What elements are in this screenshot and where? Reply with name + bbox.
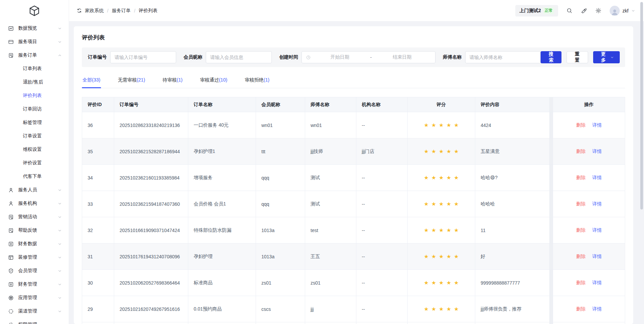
shop-name: 上门测试2 xyxy=(519,8,541,14)
cell-order-name: 特殊部位防水防漏 xyxy=(188,217,256,244)
delete-link[interactable]: 删除 xyxy=(576,280,586,286)
rocket-icon[interactable] xyxy=(581,7,587,14)
sidebar-subitem-order-list[interactable]: 订单列表 xyxy=(0,62,69,75)
sidebar-subitem-proxy-order[interactable]: 代客下单 xyxy=(0,170,69,183)
detail-link[interactable]: 详情 xyxy=(592,254,602,260)
shop-status-chip[interactable]: 上门测试2 正常 xyxy=(515,5,558,17)
tab-pending-review[interactable]: 待审核(1) xyxy=(162,73,183,88)
tab-approved[interactable]: 审核通过(10) xyxy=(199,73,228,88)
sidebar-subitem-order-settings[interactable]: 订单设置 xyxy=(0,129,69,143)
sidebar-item-finance-mgmt[interactable]: 财务管理 xyxy=(0,278,69,291)
sidebar-subitem-order-followup[interactable]: 订单回访 xyxy=(0,102,69,116)
detail-link[interactable]: 详情 xyxy=(592,227,602,233)
fixed-col-divider xyxy=(550,244,553,270)
search-icon[interactable] xyxy=(566,7,573,14)
cell-master: 王五 xyxy=(305,244,356,270)
tab-no-review-needed[interactable]: 无需审核(21) xyxy=(117,73,146,88)
detail-link[interactable]: 详情 xyxy=(592,201,602,207)
cell-actions: 删除详情 xyxy=(553,138,625,165)
delete-link[interactable]: 删除 xyxy=(576,122,586,128)
delete-link[interactable]: 删除 xyxy=(576,149,586,155)
delete-link[interactable]: 删除 xyxy=(576,227,586,233)
fixed-col-divider xyxy=(550,270,553,296)
table-row: 31 20251017619431240708096 孕妇护理 1013a 王五… xyxy=(82,244,625,270)
cell-org: -- xyxy=(356,165,408,191)
chart-icon xyxy=(8,26,14,31)
cell-review-id: 31 xyxy=(82,244,114,270)
sidebar-item-app-mgmt[interactable]: 应用管理 xyxy=(0,291,69,304)
more-button[interactable]: 更多 xyxy=(593,51,620,63)
app-logo[interactable] xyxy=(0,0,69,22)
cell-order-name: 标准商品 xyxy=(188,270,256,296)
sidebar-item-data-preview[interactable]: 数据预览 xyxy=(0,22,69,35)
sidebar-item-help-feedback[interactable]: 帮助反馈 xyxy=(0,224,69,237)
breadcrumb-item[interactable]: 家政系统 xyxy=(85,8,104,14)
user-menu[interactable]: zkf xyxy=(610,6,635,16)
star-rating: ★★★★★ xyxy=(421,174,461,181)
sidebar-item-service-org[interactable]: 服务机构 xyxy=(0,197,69,210)
sidebar-item-member-mgmt[interactable]: 会员管理 xyxy=(0,264,69,278)
chevron-down-icon xyxy=(58,269,62,273)
tab-rejected[interactable]: 审核拒绝(1) xyxy=(244,73,270,88)
page-scrollbar[interactable] xyxy=(640,2,643,209)
sidebar-subitem-review-settings[interactable]: 评价设置 xyxy=(0,156,69,170)
detail-link[interactable]: 详情 xyxy=(592,175,602,181)
cell-content: 999998888877777 xyxy=(475,270,550,296)
cell-rating: ★★★★★ xyxy=(408,165,475,191)
username: zkf xyxy=(622,8,629,13)
chevron-down-icon xyxy=(58,309,62,314)
sidebar-item-label: 服务人员 xyxy=(18,187,37,193)
cell-order-no: 20251023621601193385984 xyxy=(114,165,188,191)
search-button[interactable]: 搜索 xyxy=(541,51,561,63)
date-range-picker[interactable]: 开始日期 - 结束日期 xyxy=(301,51,436,63)
sidebar-item-label: 营销活动 xyxy=(18,214,37,220)
cell-order-no: 20251023621528287186944 xyxy=(114,138,188,165)
sidebar-item-marketing[interactable]: 营销活动 xyxy=(0,210,69,224)
cell-member: cscs xyxy=(256,296,305,322)
breadcrumb-item[interactable]: 服务订单 xyxy=(112,8,131,14)
breadcrumb-separator: / xyxy=(134,8,135,13)
sidebar-subitem-label: 订单列表 xyxy=(23,66,42,72)
reset-button[interactable]: 重置 xyxy=(567,51,588,63)
sidebar-item-label: 装修管理 xyxy=(18,254,37,260)
gear-icon[interactable] xyxy=(595,7,602,14)
cell-master: test xyxy=(305,217,356,244)
cell-master: zs01 xyxy=(305,270,356,296)
chevron-down-icon xyxy=(58,188,62,192)
sidebar-subitem-tag-mgmt[interactable]: 标签管理 xyxy=(0,116,69,129)
fixed-col-divider xyxy=(550,112,553,138)
master-name-input[interactable] xyxy=(465,51,541,63)
cell-order-name: 0.01预约商品 xyxy=(188,296,256,322)
sidebar-item-channel-mgmt[interactable]: 渠道管理 xyxy=(0,304,69,318)
sidebar-item-service-staff[interactable]: 服务人员 xyxy=(0,183,69,197)
sidebar-item-finance-data[interactable]: 财务数据 xyxy=(0,237,69,251)
detail-link[interactable]: 详情 xyxy=(592,306,602,312)
detail-link[interactable]: 详情 xyxy=(592,149,602,155)
delete-link[interactable]: 删除 xyxy=(576,306,586,312)
order-no-input[interactable] xyxy=(110,51,176,63)
star-rating: ★★★★★ xyxy=(421,306,461,312)
sidebar-subitem-refund-aftersale[interactable]: 退款/售后 xyxy=(0,75,69,89)
sidebar-subitem-rights-settings[interactable]: 维权设置 xyxy=(0,143,69,156)
app-root: 数据预览 服务项目 服务订单 订单列表 退款/售后 评价列表 订单回访 标签管理… xyxy=(0,0,644,324)
detail-link[interactable]: 详情 xyxy=(592,122,602,128)
tab-all[interactable]: 全部(33) xyxy=(82,73,101,88)
chevron-down-icon xyxy=(58,255,62,260)
sidebar-subitem-review-list[interactable]: 评价列表 xyxy=(0,89,69,102)
cell-order-no: 20251023621594187407360 xyxy=(114,191,188,217)
sidebar-item-service-order[interactable]: 服务订单 xyxy=(0,48,69,62)
feedback-icon xyxy=(8,228,14,233)
delete-link[interactable]: 删除 xyxy=(576,175,586,181)
channel-icon xyxy=(8,309,14,314)
cell-rating: ★★★★★ xyxy=(408,112,475,138)
delete-link[interactable]: 删除 xyxy=(576,201,586,207)
topbar-right: 上门测试2 正常 zkf xyxy=(515,5,635,17)
member-nickname-input[interactable] xyxy=(206,51,272,63)
sidebar-item-permission-mgmt[interactable]: 权限管理 xyxy=(0,318,69,324)
sidebar-item-decoration[interactable]: 装修管理 xyxy=(0,251,69,264)
refresh-icon[interactable] xyxy=(76,8,82,13)
sidebar-item-service-project[interactable]: 服务项目 xyxy=(0,35,69,48)
clock-icon xyxy=(306,55,311,60)
detail-link[interactable]: 详情 xyxy=(592,280,602,286)
delete-link[interactable]: 删除 xyxy=(576,254,586,260)
